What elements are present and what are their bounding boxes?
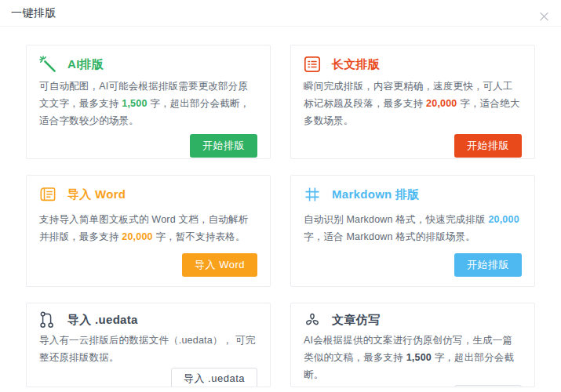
card-description: 可自动配图，AI可能会根据排版需要更改部分原文文字，最多支持 1,500 字，超… xyxy=(39,78,257,129)
desc-highlight: 1,500 xyxy=(122,98,147,109)
import-word-button[interactable]: 导入 Word xyxy=(182,253,257,277)
ai-format-start-button[interactable]: 开始排版 xyxy=(190,134,257,158)
card-description: 导入有一云排版后的数据文件（.uedata）， 可完整还原排版数据。 xyxy=(39,332,257,366)
card-description: 自动识别 Markdown 格式，快速完成排版 20,000 字，适合 Mark… xyxy=(304,211,522,245)
card-import-uedata: 导入 .uedata 导入有一云排版后的数据文件（.uedata）， 可完整还原… xyxy=(26,303,271,387)
card-title: 导入 Word xyxy=(67,187,126,202)
desc-text: 字，适合 Markdown 格式的排版场景。 xyxy=(304,231,475,242)
close-button[interactable] xyxy=(534,3,553,22)
desc-highlight: 20,000 xyxy=(488,214,519,225)
branch-icon xyxy=(39,311,56,328)
card-title: 导入 .uedata xyxy=(67,313,138,328)
card-header: AI排版 xyxy=(39,56,257,73)
card-description: AI会根据提供的文案进行伪原创仿写，生成一篇类似的文稿，最多支持 1,500 字… xyxy=(304,332,522,383)
card-long-article-format: 长文排版 瞬间完成排版，内容更精确，速度更快，可人工标记标题及段落，最多支持 2… xyxy=(290,45,535,159)
card-actions: 开始排版 xyxy=(304,134,522,158)
hash-icon xyxy=(304,186,321,203)
card-header: 文章仿写 xyxy=(304,311,522,328)
desc-highlight: 20,000 xyxy=(122,231,152,242)
document-list-icon xyxy=(304,56,321,73)
card-actions: 开始排版 xyxy=(304,253,522,277)
card-title: AI排版 xyxy=(67,57,104,72)
magic-wand-icon xyxy=(39,56,56,73)
card-title: 长文排版 xyxy=(332,57,380,72)
card-header: Markdown 排版 xyxy=(304,186,522,203)
card-description: 支持导入简单图文板式的 Word 文档，自动解析并排版，最多支持 20,000 … xyxy=(39,211,257,245)
card-title: 文章仿写 xyxy=(332,313,380,328)
desc-highlight: 1,500 xyxy=(406,352,432,363)
desc-highlight: 20,000 xyxy=(426,98,457,109)
one-click-format-dialog: 一键排版 AI排版 可自动配图，AI可能会根据排版需要更改部分原文文字，最多支持… xyxy=(0,0,561,392)
long-article-start-button[interactable]: 开始排版 xyxy=(454,134,522,158)
desc-text: 字，暂不支持表格。 xyxy=(153,231,246,242)
cards-grid: AI排版 可自动配图，AI可能会根据排版需要更改部分原文文字，最多支持 1,50… xyxy=(0,27,561,392)
rewrite-start-button[interactable]: 开始仿写 xyxy=(454,385,522,387)
card-header: 导入 Word xyxy=(39,186,257,203)
card-import-word: 导入 Word 支持导入简单图文板式的 Word 文档，自动解析并排版，最多支持… xyxy=(26,175,271,287)
markdown-start-button[interactable]: 开始排版 xyxy=(454,253,522,277)
card-article-rewrite: 文章仿写 AI会根据提供的文案进行伪原创仿写，生成一篇类似的文稿，最多支持 1,… xyxy=(290,303,535,387)
card-actions: 导入 .uedata xyxy=(39,368,257,387)
card-ai-format: AI排版 可自动配图，AI可能会根据排版需要更改部分原文文字，最多支持 1,50… xyxy=(26,45,271,159)
desc-text: 导入有一云排版后的数据文件（.uedata）， 可完整还原排版数据。 xyxy=(39,335,255,363)
card-actions: 导入 Word xyxy=(39,253,257,277)
card-markdown-format: Markdown 排版 自动识别 Markdown 格式，快速完成排版 20,0… xyxy=(290,175,535,287)
import-uedata-button[interactable]: 导入 .uedata xyxy=(171,368,257,387)
card-actions: 开始仿写 xyxy=(304,385,522,387)
close-icon xyxy=(539,8,549,18)
card-title: Markdown 排版 xyxy=(332,187,420,202)
card-actions: 开始排版 xyxy=(39,134,257,158)
card-description: 瞬间完成排版，内容更精确，速度更快，可人工标记标题及段落，最多支持 20,000… xyxy=(304,78,522,129)
dialog-header: 一键排版 xyxy=(0,0,561,27)
card-header: 长文排版 xyxy=(304,56,522,73)
dialog-title: 一键排版 xyxy=(11,6,56,20)
fan-icon xyxy=(304,311,321,328)
word-document-icon xyxy=(39,186,56,203)
card-header: 导入 .uedata xyxy=(39,311,257,328)
desc-text: 自动识别 Markdown 格式，快速完成排版 xyxy=(304,214,488,225)
